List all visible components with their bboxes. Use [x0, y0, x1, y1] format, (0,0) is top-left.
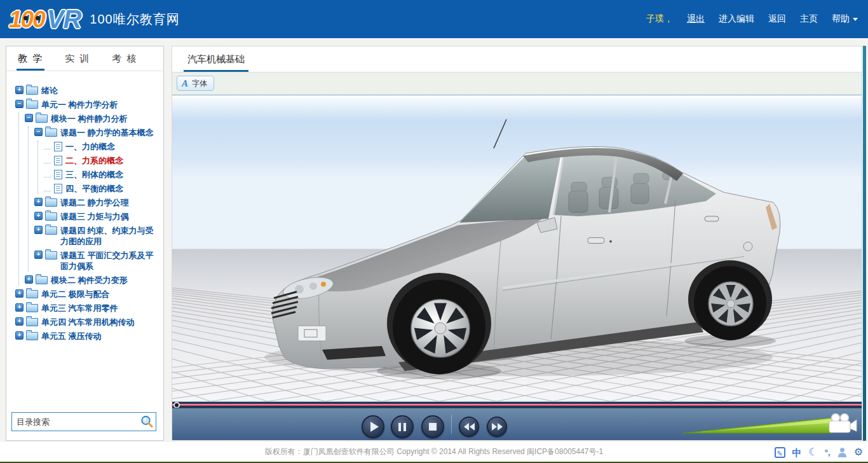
tree-item-unit-5[interactable]: 单元五 液压传动 [15, 330, 161, 342]
search-icon[interactable] [140, 415, 154, 429]
user-profile-icon[interactable] [837, 448, 847, 457]
tree-item-label: 模块二 构件受力变形 [51, 274, 161, 286]
tree-item-intro[interactable]: 绪论 [15, 85, 161, 96]
ime-toolbar: ✎ 中 ☾ °, ⚙ [775, 444, 864, 460]
folder-icon [45, 198, 57, 207]
punctuation-toggle-icon[interactable]: °, [825, 448, 831, 457]
halfwidth-moon-icon[interactable]: ☾ [809, 447, 818, 457]
folder-icon [26, 304, 38, 312]
tree-item-label: 课题三 力矩与力偶 [60, 211, 161, 222]
tree-item-unit-1[interactable]: 单元一 构件力学分析 [15, 99, 161, 110]
folder-icon [26, 290, 38, 298]
folder-icon [45, 251, 57, 259]
username-label: 子璞， [646, 13, 673, 25]
collapse-icon[interactable] [15, 100, 24, 108]
tree-connector [44, 172, 51, 177]
pause-button[interactable] [391, 415, 414, 438]
ime-settings-gear-icon[interactable]: ⚙ [854, 447, 863, 457]
enter-edit-link[interactable]: 进入编辑 [719, 13, 754, 25]
tree-doc-rigid-body-concept[interactable]: 三、刚体的概念 [44, 169, 161, 180]
home-link[interactable]: 主页 [800, 13, 818, 25]
forward-button[interactable] [487, 417, 507, 437]
tree-item-lesson-3[interactable]: 课题三 力矩与力偶 [34, 211, 161, 222]
content-panel: 汽车机械基础 A 字体 [172, 46, 862, 441]
tree-item-lesson-5[interactable]: 课题五 平面汇交力系及平面力偶系 [34, 249, 161, 272]
playback-progress-bar[interactable] [172, 402, 862, 408]
document-icon [54, 184, 62, 193]
video-camera-icon[interactable] [827, 413, 858, 436]
tree-connector [44, 144, 51, 149]
header-links: 子璞， 退出 进入编辑 返回 主页 帮助 [646, 0, 858, 38]
tree-item-module-1[interactable]: 模块一 构件静力分析 [25, 113, 161, 124]
tree-item-label: 课题一 静力学的基本概念 [60, 127, 161, 138]
tree-item-unit-3[interactable]: 单元三 汽车常用零件 [15, 302, 161, 314]
expand-icon[interactable] [15, 317, 24, 326]
viewer-3d-scene [172, 95, 862, 401]
right-edge-scrollbar[interactable] [863, 46, 866, 441]
expand-icon[interactable] [15, 86, 24, 94]
logo-100vr-icon: 100 VR [9, 5, 81, 34]
folder-icon [26, 332, 38, 340]
tree-item-label: 单元一 构件力学分析 [41, 99, 161, 110]
expand-icon[interactable] [15, 331, 24, 340]
tree-item-label: 单元四 汽车常用机构传动 [41, 316, 161, 328]
tree-item-lesson-4[interactable]: 课题四 约束、约束力与受力图的应用 [34, 225, 161, 247]
stop-button[interactable] [421, 415, 444, 438]
tree-doc-force-concept[interactable]: 一、力的概念 [44, 141, 161, 152]
tab-assessment[interactable]: 考 核 [112, 46, 137, 71]
expand-icon[interactable] [25, 275, 33, 284]
expand-icon[interactable] [34, 251, 43, 259]
tree-item-unit-2[interactable]: 单元二 极限与配合 [15, 288, 161, 300]
tree-item-module-2[interactable]: 模块二 构件受力变形 [25, 274, 161, 286]
font-button[interactable]: A 字体 [177, 76, 214, 91]
tab-teaching[interactable]: 教 学 [18, 46, 43, 71]
tree-item-lesson-1[interactable]: 课题一 静力学的基本概念 [34, 127, 161, 138]
help-menu[interactable]: 帮助 [832, 13, 858, 25]
chevron-down-icon [853, 18, 858, 21]
tree-item-label: 单元二 极限与配合 [41, 288, 161, 300]
tab-auto-mechanics[interactable]: 汽车机械基础 [185, 46, 247, 71]
header-bar: 100 VR 100唯尔教育网 子璞， 退出 进入编辑 返回 主页 帮助 [0, 0, 868, 38]
document-icon [54, 142, 62, 151]
tree-doc-force-system-concept[interactable]: 二、力系的概念 [44, 155, 161, 166]
folder-icon [36, 114, 48, 123]
font-button-label: 字体 [192, 78, 207, 89]
handwriting-pen-icon[interactable]: ✎ [775, 447, 785, 458]
progress-track [172, 404, 862, 406]
viewer-3d-canvas[interactable] [172, 95, 862, 402]
folder-icon [36, 276, 48, 284]
back-link[interactable]: 返回 [768, 13, 786, 25]
tree-connector [44, 186, 51, 191]
tree-item-label: 三、刚体的概念 [65, 169, 161, 180]
logo-1: 1 [9, 6, 21, 32]
player-control-bar [172, 408, 862, 440]
logout-link[interactable]: 退出 [687, 13, 705, 25]
play-icon [370, 422, 379, 432]
play-button[interactable] [362, 415, 384, 438]
tree-branch: 课题一 静力学的基本概念 一、力的概念 二、力系的概念 [28, 127, 161, 272]
rewind-button[interactable] [459, 417, 479, 437]
collapse-icon[interactable] [25, 114, 33, 122]
tree-item-label: 课题四 约束、约束力与受力图的应用 [60, 225, 161, 247]
collapse-icon[interactable] [34, 128, 43, 136]
tree-doc-equilibrium-concept[interactable]: 四、平衡的概念 [44, 183, 161, 194]
expand-icon[interactable] [34, 226, 43, 234]
expand-icon[interactable] [34, 212, 43, 220]
rewind-icon [464, 423, 475, 431]
expand-icon[interactable] [15, 303, 24, 312]
site-logo[interactable]: 100 VR 100唯尔教育网 [9, 5, 180, 34]
expand-icon[interactable] [15, 289, 24, 298]
tree-connector [44, 158, 51, 163]
tree-item-unit-4[interactable]: 单元四 汽车常用机构传动 [15, 316, 161, 328]
tree-item-label-selected: 二、力系的概念 [65, 155, 161, 166]
tab-training[interactable]: 实 训 [65, 46, 90, 71]
tree-item-lesson-2[interactable]: 课题二 静力学公理 [34, 197, 161, 208]
document-icon [54, 170, 62, 179]
volume-wedge[interactable] [682, 418, 832, 434]
ime-chinese-mode-icon[interactable]: 中 [792, 448, 802, 457]
expand-icon[interactable] [34, 198, 43, 206]
tree-item-label: 单元三 汽车常用零件 [41, 302, 161, 314]
course-sidebar: 教 学 实 训 考 核 绪论 单元一 构件力学分析 模块一 构件静力分析 [6, 46, 164, 441]
tree-branch: 模块一 构件静力分析 课题一 静力学的基本概念 一、力的概念 [18, 113, 161, 286]
search-input[interactable] [12, 417, 140, 427]
